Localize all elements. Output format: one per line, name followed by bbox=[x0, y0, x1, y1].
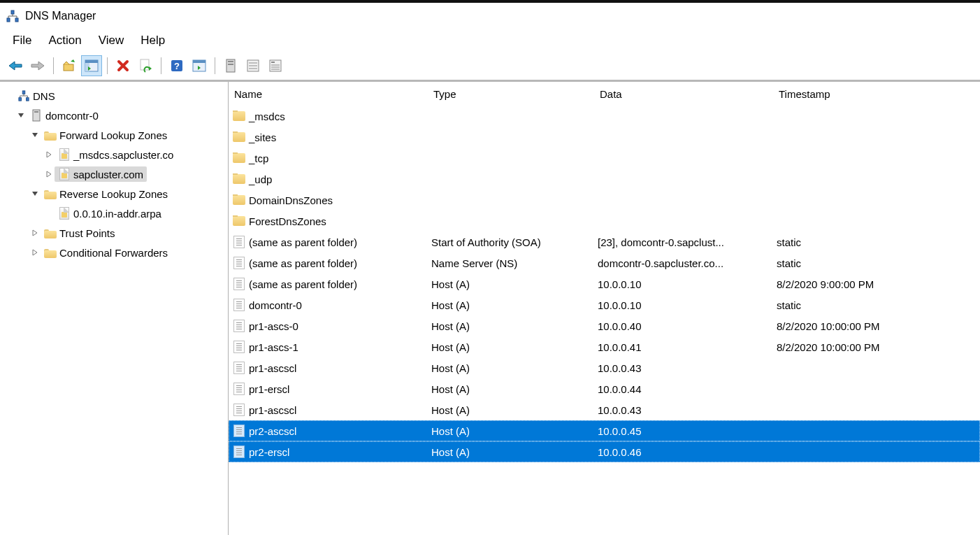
menu-help[interactable]: Help bbox=[132, 31, 173, 50]
cell-type: Host (A) bbox=[428, 383, 595, 395]
list-row[interactable]: pr2-ascsclHost (A)10.0.0.45 bbox=[229, 420, 980, 441]
col-header-type[interactable]: Type bbox=[428, 84, 594, 104]
forward-button[interactable] bbox=[27, 55, 48, 76]
cell-name: pr1-erscl bbox=[229, 383, 428, 395]
cell-name: pr2-erscl bbox=[229, 445, 428, 458]
svg-rect-7 bbox=[64, 64, 73, 71]
col-header-timestamp[interactable]: Timestamp bbox=[773, 84, 980, 104]
record-name: (same as parent folder) bbox=[249, 278, 357, 290]
record-icon bbox=[232, 341, 246, 353]
list-row[interactable]: _udp bbox=[229, 169, 980, 190]
tree-node-dns-root[interactable]: DNS bbox=[0, 86, 228, 106]
menu-file[interactable]: File bbox=[4, 31, 40, 50]
expander-icon[interactable] bbox=[29, 131, 41, 138]
record-name: ForestDnsZones bbox=[249, 215, 326, 227]
record-name: (same as parent folder) bbox=[249, 257, 357, 269]
record-name: pr1-erscl bbox=[249, 383, 289, 395]
list-row[interactable]: pr2-ersclHost (A)10.0.0.46 bbox=[229, 441, 980, 462]
list-row[interactable]: (same as parent folder)Start of Authorit… bbox=[229, 231, 980, 252]
record-icon bbox=[232, 278, 246, 290]
list-row[interactable]: pr1-ascsclHost (A)10.0.0.43 bbox=[229, 357, 980, 378]
col-header-data[interactable]: Data bbox=[594, 84, 773, 104]
cell-name: (same as parent folder) bbox=[229, 236, 428, 248]
up-folder-button[interactable] bbox=[59, 55, 80, 76]
dns-manager-window: DNS Manager File Action View Help ? bbox=[0, 0, 980, 535]
svg-rect-37 bbox=[27, 98, 29, 101]
list-row[interactable]: DomainDnsZones bbox=[229, 190, 980, 211]
list-row[interactable]: ForestDnsZones bbox=[229, 211, 980, 231]
cell-type: Host (A) bbox=[428, 425, 595, 437]
svg-rect-21 bbox=[228, 64, 233, 65]
tree-node-fwd-zones[interactable]: Forward Lookup Zones bbox=[0, 125, 228, 145]
list-row[interactable]: pr1-ascs-1Host (A)10.0.0.418/2/2020 10:0… bbox=[229, 336, 980, 357]
back-button[interactable] bbox=[5, 55, 26, 76]
list-row[interactable]: _tcp bbox=[229, 148, 980, 169]
zone-icon bbox=[58, 148, 71, 161]
cell-type: Host (A) bbox=[428, 278, 595, 290]
cell-type: Host (A) bbox=[428, 299, 595, 311]
cell-type: Host (A) bbox=[428, 446, 595, 458]
properties-button[interactable] bbox=[189, 55, 210, 76]
svg-text:?: ? bbox=[174, 61, 180, 71]
title-bar: DNS Manager bbox=[0, 3, 980, 29]
tree-node-zone-sapcluster[interactable]: sapcluster.com bbox=[0, 164, 228, 184]
list-icon-toolbar[interactable] bbox=[243, 55, 264, 76]
list-row[interactable]: pr1-ascsclHost (A)10.0.0.43 bbox=[229, 399, 980, 420]
expander-icon[interactable] bbox=[29, 249, 41, 256]
expander-icon[interactable] bbox=[43, 171, 55, 178]
list-row[interactable]: _sites bbox=[229, 127, 980, 148]
tree-node-server[interactable]: domcontr-0 bbox=[0, 106, 228, 125]
cell-type: Start of Authority (SOA) bbox=[428, 236, 595, 248]
main-content: DNS domcontr-0 Forward Lookup Zones bbox=[0, 80, 980, 535]
refresh-button[interactable] bbox=[135, 55, 156, 76]
record-name: DomainDnsZones bbox=[249, 194, 333, 206]
filter-icon-toolbar[interactable] bbox=[265, 55, 286, 76]
svg-rect-36 bbox=[19, 98, 22, 101]
expander-icon[interactable] bbox=[15, 112, 27, 119]
zone-icon bbox=[58, 207, 71, 220]
list-row[interactable]: domcontr-0Host (A)10.0.0.10static bbox=[229, 294, 980, 315]
cell-timestamp: static bbox=[774, 299, 979, 311]
folder-icon bbox=[44, 227, 57, 239]
tree-node-trust-points[interactable]: Trust Points bbox=[0, 223, 228, 243]
svg-rect-6 bbox=[15, 18, 18, 22]
list-row[interactable]: (same as parent folder)Name Server (NS)d… bbox=[229, 252, 980, 273]
server-icon-toolbar[interactable] bbox=[220, 55, 241, 76]
record-name: pr1-ascscl bbox=[249, 362, 296, 374]
tree-node-zone-msdcs[interactable]: _msdcs.sapcluster.co bbox=[0, 145, 228, 164]
show-hide-tree-button[interactable] bbox=[81, 55, 102, 76]
toolbar: ? bbox=[0, 52, 980, 80]
record-icon bbox=[232, 257, 246, 269]
list-row[interactable]: pr1-ascs-0Host (A)10.0.0.408/2/2020 10:0… bbox=[229, 315, 980, 336]
delete-button[interactable] bbox=[113, 55, 134, 76]
tree-label: DNS bbox=[33, 90, 55, 102]
tree-label: Forward Lookup Zones bbox=[59, 129, 167, 141]
list-pane: Name Type Data Timestamp _msdcs_sites_tc… bbox=[229, 82, 980, 535]
list-row[interactable]: pr1-ersclHost (A)10.0.0.44 bbox=[229, 378, 980, 399]
list-row[interactable]: _msdcs bbox=[229, 106, 980, 127]
list-body[interactable]: _msdcs_sites_tcp_udpDomainDnsZonesForest… bbox=[229, 106, 980, 535]
folder-icon bbox=[232, 132, 246, 142]
menu-action[interactable]: Action bbox=[40, 31, 89, 50]
tree-node-cond-fwd[interactable]: Conditional Forwarders bbox=[0, 243, 228, 262]
help-button[interactable]: ? bbox=[166, 55, 187, 76]
cell-name: pr1-ascscl bbox=[229, 404, 428, 416]
col-header-name[interactable]: Name bbox=[229, 84, 428, 104]
menu-view[interactable]: View bbox=[90, 31, 133, 50]
tree-node-rev-zone-1[interactable]: 0.0.10.in-addr.arpa bbox=[0, 204, 228, 223]
folder-icon bbox=[232, 174, 246, 184]
tree-node-rev-zones[interactable]: Reverse Lookup Zones bbox=[0, 184, 228, 204]
list-row[interactable]: (same as parent folder)Host (A)10.0.0.10… bbox=[229, 273, 980, 294]
expander-icon[interactable] bbox=[29, 229, 41, 236]
record-icon bbox=[232, 404, 246, 416]
cell-data: [23], domcontr-0.sapclust... bbox=[595, 236, 774, 248]
server-icon bbox=[30, 109, 43, 122]
record-name: pr1-ascs-1 bbox=[249, 341, 298, 353]
cell-name: pr2-ascscl bbox=[229, 425, 428, 437]
svg-rect-39 bbox=[34, 111, 38, 113]
cell-data: 10.0.0.45 bbox=[595, 425, 774, 437]
menu-bar: File Action View Help bbox=[0, 29, 980, 52]
expander-icon[interactable] bbox=[43, 151, 55, 158]
cell-timestamp: 8/2/2020 9:00:00 PM bbox=[774, 278, 979, 290]
expander-icon[interactable] bbox=[29, 190, 41, 197]
